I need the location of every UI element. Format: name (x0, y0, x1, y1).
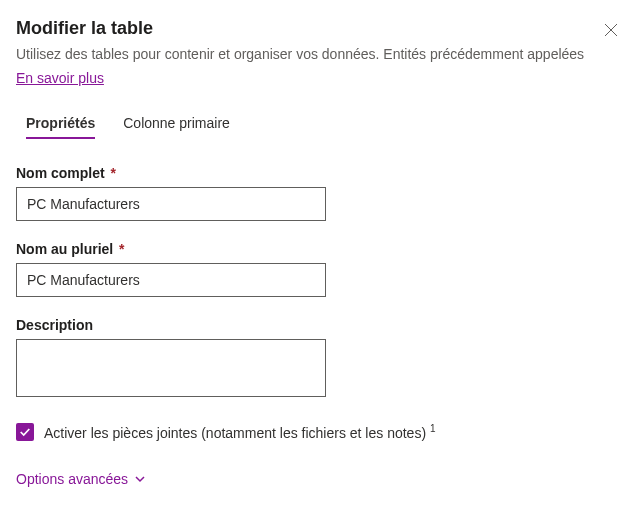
attachments-label: Activer les pièces jointes (notamment le… (44, 423, 436, 441)
learn-more-link[interactable]: En savoir plus (16, 70, 104, 86)
display-name-input[interactable] (16, 187, 326, 221)
page-title: Modifier la table (16, 18, 153, 39)
tab-properties[interactable]: Propriétés (26, 115, 95, 139)
required-indicator: * (115, 241, 124, 257)
checkmark-icon (19, 426, 31, 438)
advanced-options-label: Options avancées (16, 471, 128, 487)
display-name-label: Nom complet * (16, 165, 623, 181)
chevron-down-icon (134, 473, 146, 485)
required-indicator: * (107, 165, 116, 181)
page-subtitle: Utilisez des tables pour contenir et org… (16, 45, 596, 65)
close-button[interactable] (599, 18, 623, 42)
description-input[interactable] (16, 339, 326, 397)
tabs: Propriétés Colonne primaire (26, 115, 623, 139)
close-icon (604, 23, 618, 37)
attachments-checkbox[interactable] (16, 423, 34, 441)
advanced-options-toggle[interactable]: Options avancées (16, 471, 623, 487)
plural-name-label: Nom au pluriel * (16, 241, 623, 257)
description-label: Description (16, 317, 623, 333)
plural-name-input[interactable] (16, 263, 326, 297)
tab-primary-column[interactable]: Colonne primaire (123, 115, 230, 139)
